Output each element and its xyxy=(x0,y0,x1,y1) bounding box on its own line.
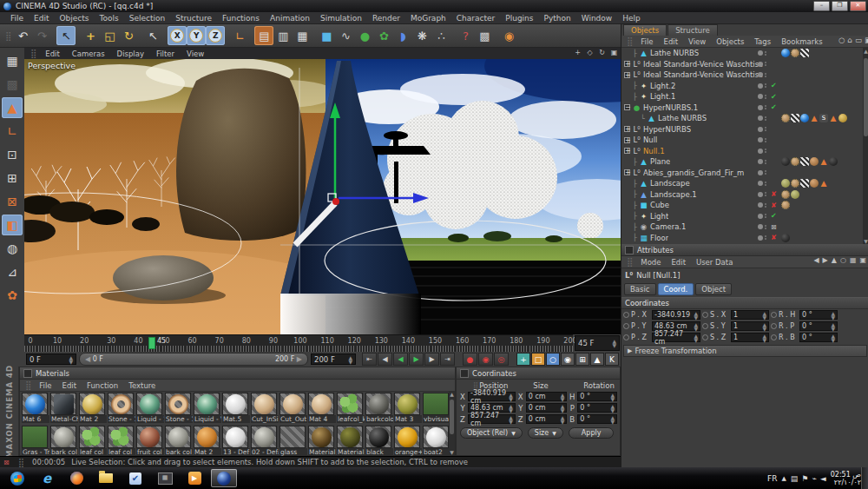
material-swatch[interactable]: Mat 2 xyxy=(79,393,107,425)
stepper-icon[interactable]: ▲▼ xyxy=(612,339,616,347)
material-swatch[interactable]: boat2 xyxy=(423,426,450,458)
render-active-view-icon[interactable]: ▤ xyxy=(254,26,273,45)
add-primitive-cube-icon[interactable]: ■ xyxy=(317,26,336,45)
coordinate-field[interactable]: 0 cm▲▼ xyxy=(526,392,568,401)
content-browser-icon[interactable]: ◉ xyxy=(499,26,518,45)
radio-icon[interactable] xyxy=(771,312,777,318)
object-row-landscape-1[interactable]: ├▲Landscape.1✘ xyxy=(621,189,863,201)
visibility-dots-icon[interactable] xyxy=(758,127,766,132)
history-forward-icon[interactable]: ▶ xyxy=(823,256,828,264)
viewport-menu-cameras[interactable]: Cameras xyxy=(67,50,110,58)
coordinate-field[interactable]: 0 °▲▼ xyxy=(577,414,617,424)
materials-menu-file[interactable]: File xyxy=(35,381,56,390)
tray-action-center-icon[interactable]: ▤ xyxy=(791,474,799,483)
taskbar-explorer[interactable] xyxy=(93,469,119,487)
goto-start-button[interactable]: ⇤ xyxy=(362,353,377,366)
object-row-ideal-standard-venice-waschtischarmatur[interactable]: +L⁰Ideal Standard-Venice Waschtischarmat… xyxy=(621,59,863,70)
radio-icon[interactable] xyxy=(702,334,708,340)
menu-mograph[interactable]: MoGraph xyxy=(405,14,451,23)
toolbar-grip-icon[interactable]: ⣿ xyxy=(5,31,10,41)
tri-tag-icon[interactable]: ▲ xyxy=(829,114,838,122)
stepper-icon[interactable]: ▲▼ xyxy=(831,322,835,331)
panel-grip-icon[interactable]: ⣿ xyxy=(627,257,632,267)
coordinate-field[interactable]: -3840.919 cm▲▼ xyxy=(468,392,516,401)
material-swatch[interactable]: orange+l xyxy=(394,426,422,458)
phong-tag-icon[interactable] xyxy=(781,201,790,209)
expand-toggle[interactable]: + xyxy=(624,148,630,154)
stepper-icon[interactable]: ▲▼ xyxy=(509,393,513,401)
scale-tool-icon[interactable]: ◱ xyxy=(100,26,119,45)
attribute-field[interactable]: 857.247 cm▲▼ xyxy=(652,333,700,342)
mat-blue-tag-icon[interactable] xyxy=(800,114,809,122)
zoom-view-icon[interactable]: ◇ xyxy=(585,48,595,57)
xpresso-editor-icon[interactable]: ▩ xyxy=(475,26,494,45)
browser-icon[interactable]: ▣ xyxy=(865,36,868,44)
stepper-icon[interactable]: ▲▼ xyxy=(762,322,766,331)
coord-mode-dropdown[interactable]: Object (Rel)▼ xyxy=(460,427,523,439)
stepper-icon[interactable]: ▲▼ xyxy=(831,311,835,320)
attribute-field[interactable]: -3840.919▲▼ xyxy=(652,310,700,320)
home-icon[interactable]: ⌂ xyxy=(848,36,852,44)
mat-khaki-tag-icon[interactable] xyxy=(781,179,790,188)
object-row-light-2[interactable]: ├✦Light.2✔ xyxy=(621,81,863,92)
coord-size-dropdown[interactable]: Size▼ xyxy=(528,427,563,439)
menu-tools[interactable]: Tools xyxy=(95,14,124,23)
keyframe-selection-toggle[interactable]: K xyxy=(605,353,619,366)
s-tag-icon[interactable]: S xyxy=(819,114,828,122)
object-tree-scrollbar[interactable]: ▲ ▼ xyxy=(863,48,868,244)
timeline-ruler[interactable]: 45 0102030405060708090100110120130140150… xyxy=(24,334,573,352)
move-tool-icon[interactable]: + xyxy=(81,26,100,45)
material-swatch[interactable]: bark col xyxy=(165,426,193,458)
attributes-tab-object[interactable]: Object xyxy=(695,283,732,295)
radio-icon[interactable] xyxy=(771,334,777,340)
menu-help[interactable]: Help xyxy=(617,14,646,23)
materials-header[interactable]: Materials xyxy=(20,367,455,380)
object-row-cube[interactable]: ├■Cube✘ xyxy=(621,200,863,211)
edges-mode-icon[interactable]: ⊞ xyxy=(2,168,23,188)
visibility-dots-icon[interactable] xyxy=(758,192,766,197)
material-swatch[interactable]: fruit col xyxy=(136,426,164,458)
add-spline-icon[interactable]: ∿ xyxy=(336,26,355,45)
material-swatch[interactable]: Liquid - 1 xyxy=(136,393,164,425)
tray-expand-icon[interactable]: ▲ xyxy=(781,475,786,482)
stepper-icon[interactable]: ▲▼ xyxy=(694,322,698,331)
taskbar-internet-explorer[interactable]: e xyxy=(34,469,60,487)
expand-toggle[interactable]: + xyxy=(624,169,630,175)
material-swatch[interactable]: Gras - Tr xyxy=(22,426,49,458)
key-rotation-toggle[interactable]: ○ xyxy=(546,353,560,366)
tab-objects[interactable]: Objects xyxy=(623,24,667,36)
attribute-field[interactable]: 0 °▲▼ xyxy=(799,333,838,342)
mat-brown-tag-icon[interactable] xyxy=(810,179,819,188)
object-row-lathe-nurbs[interactable]: ├▲Lathe NURBS xyxy=(621,48,863,59)
parent-icon[interactable]: ▲ xyxy=(832,256,837,264)
mat-black-tag-icon[interactable] xyxy=(781,234,790,242)
mat-khaki-tag-icon[interactable] xyxy=(791,190,799,199)
visibility-dots-icon[interactable] xyxy=(758,170,766,175)
tray-clock[interactable]: 02:51 ص ٢٢/١٠/٠٢ xyxy=(831,471,861,486)
menu-structure[interactable]: Structure xyxy=(170,14,217,23)
mat-brown-tag-icon[interactable] xyxy=(810,157,819,166)
radio-icon[interactable] xyxy=(702,312,708,318)
radio-icon[interactable] xyxy=(702,323,708,329)
start-button[interactable] xyxy=(4,469,30,487)
panel-grip-icon[interactable]: ⣿ xyxy=(25,380,30,390)
viewport-menu-filter[interactable]: Filter xyxy=(151,50,180,58)
timeline-playhead[interactable] xyxy=(148,337,155,349)
menu-file[interactable]: File xyxy=(5,14,29,23)
expand-toggle[interactable]: + xyxy=(624,72,630,78)
coordinates-section-header[interactable]: Coordinates xyxy=(621,297,868,309)
menu-window[interactable]: Window xyxy=(576,14,618,23)
coordinate-field[interactable]: 857.247 cm▲▼ xyxy=(468,414,516,424)
object-row-landscape[interactable]: ├▲Landscape▲ xyxy=(621,178,863,189)
visibility-dots-icon[interactable] xyxy=(758,159,766,164)
tray-language[interactable]: FR xyxy=(767,474,777,483)
expand-toggle[interactable]: + xyxy=(624,126,630,132)
taskbar-capture-app[interactable]: ▦ xyxy=(152,469,178,487)
menu-selection[interactable]: Selection xyxy=(124,14,170,23)
coordinates-header[interactable]: Coordinates xyxy=(457,367,620,380)
attribute-field[interactable]: 0 °▲▼ xyxy=(799,321,838,331)
object-manager-menu-view[interactable]: View xyxy=(684,37,710,46)
visibility-dots-icon[interactable] xyxy=(758,235,766,241)
enabled-check-icon[interactable]: ✔ xyxy=(771,93,777,101)
material-swatch[interactable]: Material xyxy=(308,426,336,458)
